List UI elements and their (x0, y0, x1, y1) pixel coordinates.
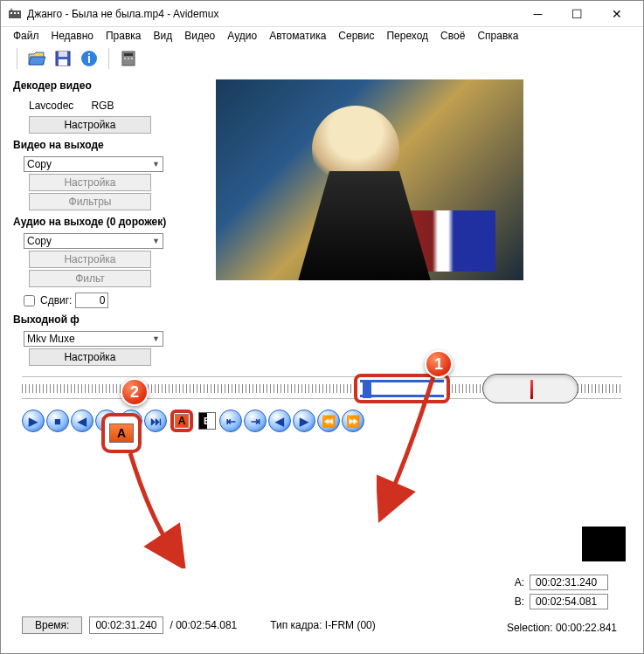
menu-bar: Файл Недавно Правка Вид Видео Аудио Авто… (1, 27, 643, 45)
chevron-down-icon: ▼ (152, 334, 160, 343)
video-out-select[interactable]: Copy▼ (24, 156, 163, 172)
last-frame-button[interactable]: ⏩ (342, 410, 364, 432)
annotation-callout-2: 2 (121, 378, 149, 406)
video-out-filters-button[interactable]: Фильтры (29, 193, 151, 210)
thumbnail-box (582, 527, 626, 561)
goto-marker-a-button[interactable]: ⇤ (219, 410, 242, 432)
timeline-scrubber[interactable] (22, 376, 622, 399)
output-format-title: Выходной ф (13, 313, 205, 326)
decoder-codec: Lavcodec (29, 100, 73, 112)
menu-help[interactable]: Справка (477, 30, 518, 42)
toolbar: i (1, 45, 643, 74)
menu-goto[interactable]: Переход (386, 30, 428, 42)
video-preview (216, 79, 523, 280)
marker-b-value: 00:02:54.081 (530, 594, 608, 609)
marker-b-label: B: (515, 595, 524, 608)
shift-value[interactable]: 0 (75, 293, 108, 308)
video-out-settings-button[interactable]: Настройка (29, 174, 151, 191)
stop-button[interactable]: ■ (46, 410, 69, 432)
svg-rect-12 (128, 58, 129, 59)
svg-rect-5 (59, 52, 67, 57)
chevron-down-icon: ▼ (152, 160, 160, 169)
menu-recent[interactable]: Недавно (52, 30, 93, 42)
minimize-button[interactable]: ─ (518, 2, 557, 26)
marker-a-label: A: (515, 576, 524, 589)
video-out-title: Видео на выходе (13, 139, 205, 151)
shift-label: Сдвиг: (40, 294, 72, 306)
info-button[interactable]: i (79, 48, 100, 69)
window-title: Джанго - Была не была.mp4 - Avidemux (27, 8, 518, 20)
menu-file[interactable]: Файл (13, 30, 39, 42)
total-time-label: / 00:02:54.081 (170, 619, 238, 631)
annotation-marker-a-box: A (101, 413, 142, 453)
goto-marker-b-button[interactable]: ⇥ (244, 410, 267, 432)
svg-text:i: i (87, 52, 91, 65)
svg-rect-11 (124, 58, 126, 59)
svg-rect-6 (59, 59, 67, 65)
menu-custom[interactable]: Своё (440, 30, 465, 42)
menu-auto[interactable]: Автоматика (269, 30, 326, 42)
save-button[interactable] (52, 48, 73, 69)
timeline-nav-capsule[interactable] (482, 374, 578, 403)
annotation-arrow-1 (377, 368, 447, 525)
app-icon (8, 7, 22, 21)
audio-out-select[interactable]: Copy▼ (24, 233, 163, 249)
close-button[interactable]: ✕ (597, 2, 636, 26)
menu-video[interactable]: Видео (184, 30, 215, 42)
annotation-callout-1: 1 (425, 350, 453, 378)
chevron-down-icon: ▼ (152, 237, 160, 245)
annotation-arrow-2 (123, 446, 211, 568)
prev-black-button[interactable]: ◀ (268, 410, 291, 432)
set-marker-b-button[interactable]: B (198, 412, 216, 430)
menu-edit[interactable]: Правка (106, 30, 142, 42)
first-frame-button[interactable]: ⏪ (317, 410, 340, 432)
time-button[interactable]: Время: (22, 616, 82, 634)
svg-rect-3 (17, 12, 19, 14)
menu-view[interactable]: Вид (154, 30, 173, 42)
play-button[interactable]: ▶ (22, 410, 45, 432)
svg-rect-0 (9, 10, 21, 18)
audio-out-settings-button[interactable]: Настройка (29, 251, 151, 268)
audio-out-filters-button[interactable]: Фильт (29, 270, 151, 287)
selection-label: Selection: 00:00:22.841 (507, 622, 617, 634)
next-black-button[interactable]: ▶ (293, 410, 315, 432)
decoder-colorspace: RGB (91, 100, 114, 112)
svg-rect-10 (124, 53, 133, 56)
audio-out-title: Аудио на выходе (0 дорожек) (13, 216, 205, 228)
svg-rect-13 (131, 58, 133, 59)
decoder-settings-button[interactable]: Настройка (29, 116, 151, 134)
marker-a-value: 00:02:31.240 (530, 575, 608, 590)
svg-rect-1 (10, 12, 12, 14)
menu-audio[interactable]: Аудио (227, 30, 257, 42)
set-marker-a-button[interactable]: A (170, 410, 193, 432)
shift-checkbox[interactable] (24, 295, 35, 306)
next-keyframe-button[interactable]: ⏭ (144, 410, 167, 432)
calculator-button[interactable] (118, 48, 139, 69)
prev-frame-button[interactable]: ◀ (71, 410, 93, 432)
maximize-button[interactable]: ☐ (557, 2, 597, 26)
frame-type-label: Тип кадра: I-FRM (00) (270, 619, 376, 631)
open-button[interactable] (26, 48, 47, 69)
current-time-field[interactable]: 00:02:31.240 (89, 616, 163, 634)
decoder-title: Декодер видео (13, 79, 205, 92)
output-format-select[interactable]: Mkv Muxe▼ (24, 331, 163, 347)
svg-rect-2 (14, 12, 16, 14)
menu-service[interactable]: Сервис (338, 30, 374, 42)
output-format-settings-button[interactable]: Настройка (29, 348, 151, 366)
